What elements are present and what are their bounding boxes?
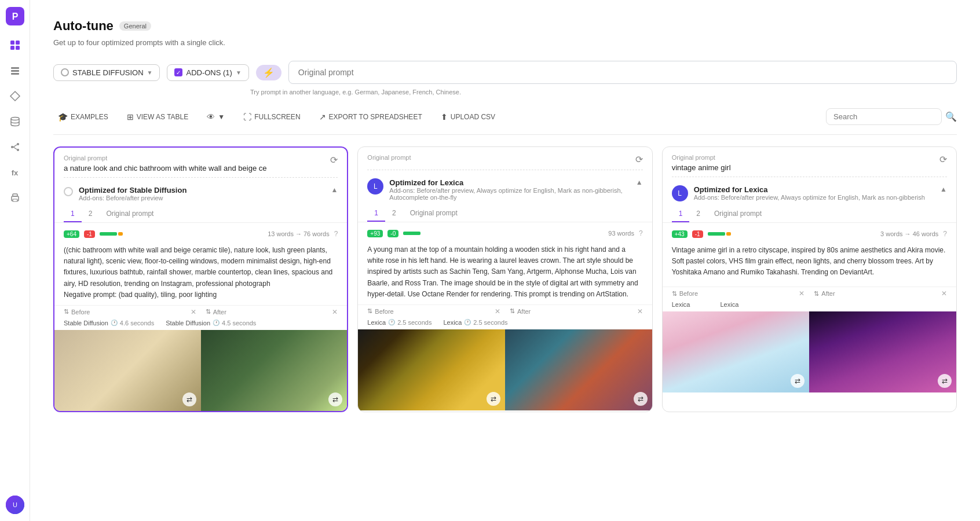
swap-btn-6[interactable]: ⇄ <box>938 374 952 388</box>
svg-text:P: P <box>12 12 18 21</box>
user-avatar[interactable]: U <box>6 496 24 514</box>
card-3-body-text: Vintage anime girl in a retro cityscape,… <box>663 240 956 287</box>
card-2-share-icon[interactable]: ⟳ <box>635 154 643 165</box>
sidebar-bottom: U <box>6 496 24 514</box>
addons-selector[interactable]: ✓ ADD-ONS (1) ▼ <box>167 64 248 81</box>
upload-icon: ⬆ <box>441 112 448 122</box>
clock-icon-4: 🕐 <box>464 319 471 325</box>
card-3-before-label: ⇅ Before <box>672 290 799 298</box>
card-3-chevron-icon[interactable]: ▲ <box>940 185 947 193</box>
card-1-help-icon[interactable]: ? <box>334 230 338 238</box>
card-3-original-label: Original prompt <box>672 154 731 161</box>
sidebar-icon-print[interactable] <box>5 188 25 208</box>
prompt-hint: Try prompt in another language, e.g. Ger… <box>250 89 461 96</box>
card-3-minus-badge: -1 <box>692 230 703 238</box>
card-1-radio[interactable] <box>64 187 73 196</box>
card-1-tab-2[interactable]: 2 <box>82 206 100 222</box>
card-1-time-before: 4.6 seconds <box>120 320 154 326</box>
export-label: EXPORT TO SPREADSHEET <box>329 113 422 121</box>
clock-icon-1: 🕐 <box>111 320 118 326</box>
svg-rect-8 <box>11 73 19 75</box>
card-1-engine-row: Stable Diffusion 🕐 4.6 seconds Stable Di… <box>54 318 347 330</box>
card-2-after-close-icon[interactable]: ✕ <box>637 307 643 315</box>
examples-button[interactable]: 🎓 EXAMPLES <box>53 110 113 124</box>
card-1-before-close-icon[interactable]: ✕ <box>191 308 196 316</box>
card-3-help-icon[interactable]: ? <box>943 230 947 238</box>
swap-btn-5[interactable]: ⇄ <box>791 374 805 388</box>
sidebar-icon-grid[interactable] <box>5 35 25 56</box>
clock-icon-3: 🕐 <box>388 319 395 325</box>
card-2-help-icon[interactable]: ? <box>639 229 643 237</box>
card-3-tab-1[interactable]: 1 <box>672 206 690 222</box>
card-1-optimized-row: Optimized for Stable Diffusion Add-ons: … <box>54 184 347 206</box>
card-2-tab-original[interactable]: Original prompt <box>403 206 465 222</box>
upload-csv-button[interactable]: ⬆ UPLOAD CSV <box>436 110 500 124</box>
card-3-prompt-text: vintage anime girl <box>672 163 731 172</box>
export-button[interactable]: ↗ EXPORT TO SPREADSHEET <box>315 110 427 124</box>
card-2-time-before: 2.5 seconds <box>397 319 432 326</box>
card-2-before-close-icon[interactable]: ✕ <box>495 307 500 315</box>
fullscreen-button[interactable]: ⛶ FULLSCREEN <box>239 110 305 124</box>
card-2-opt-addons: Add-ons: Before/after preview, Always op… <box>389 187 630 201</box>
app-logo[interactable]: P <box>6 7 24 25</box>
search-icon-button[interactable]: 🔍 <box>945 111 957 122</box>
examples-label: EXAMPLES <box>71 113 108 121</box>
svg-rect-17 <box>13 194 17 196</box>
swap-btn-1[interactable]: ⇄ <box>182 392 196 406</box>
card-1-tab-1[interactable]: 1 <box>64 206 82 222</box>
card-3-after-close-icon[interactable]: ✕ <box>941 289 947 298</box>
checkbox-icon: ✓ <box>174 68 182 76</box>
card-1-header: Original prompt a nature look and chic b… <box>54 148 347 177</box>
upload-label: UPLOAD CSV <box>451 113 495 121</box>
card-2-lexica-icon: L <box>367 178 383 195</box>
card-2-opt-text: Optimized for Lexica Add-ons: Before/aft… <box>389 178 630 201</box>
page-title-row: Auto-tune General <box>53 19 957 34</box>
card-1-opt-addons: Add-ons: Before/after preview <box>79 195 187 201</box>
card-2-body-text: A young man at the top of a mountain hol… <box>358 240 652 304</box>
card-1-share-icon[interactable]: ⟳ <box>330 155 338 166</box>
swap-btn-3[interactable]: ⇄ <box>487 392 500 406</box>
card-2-engine-after: Lexica <box>443 319 462 326</box>
card-1-images: ⇄ ⇄ <box>54 330 347 411</box>
main-content: Auto-tune General Get up to four optimiz… <box>30 0 980 521</box>
swap-btn-2[interactable]: ⇄ <box>328 392 342 406</box>
card-2-tab-2[interactable]: 2 <box>385 206 403 222</box>
progress-yellow-3 <box>726 232 731 236</box>
progress-green <box>100 232 117 236</box>
view-options-button[interactable]: 👁 ▼ <box>202 110 229 124</box>
view-as-table-label: VIEW AS TABLE <box>137 113 189 121</box>
card-2-word-count-row: +93 -0 93 words ? <box>358 227 652 240</box>
card-3-share-icon[interactable]: ⟳ <box>939 154 947 165</box>
card-1-body-text: ((chic bathroom with white wall and beig… <box>54 240 347 305</box>
cards-grid: Original prompt a nature look and chic b… <box>53 146 957 412</box>
card-3-before-close-icon[interactable]: ✕ <box>799 289 805 298</box>
sidebar-icon-connections[interactable] <box>5 137 25 157</box>
export-icon: ↗ <box>319 112 326 122</box>
card-1-tab-original[interactable]: Original prompt <box>99 206 160 222</box>
svg-point-13 <box>17 149 19 151</box>
sidebar-icon-diamond[interactable] <box>5 86 25 107</box>
progress-green-2 <box>403 232 420 235</box>
card-3-tab-2[interactable]: 2 <box>689 206 707 222</box>
card-3-header: Original prompt vintage anime girl ⟳ <box>663 147 956 177</box>
prompt-input[interactable] <box>288 61 957 84</box>
card-1-after-close-icon[interactable]: ✕ <box>332 308 338 316</box>
svg-rect-5 <box>16 46 20 50</box>
swap-btn-4[interactable]: ⇄ <box>634 392 648 406</box>
stable-diffusion-selector[interactable]: STABLE DIFFUSION ▼ <box>53 64 160 81</box>
card-2-chevron-icon[interactable]: ▲ <box>636 178 643 186</box>
svg-rect-6 <box>11 67 19 69</box>
search-input[interactable] <box>826 108 942 125</box>
card-3-tab-original[interactable]: Original prompt <box>707 206 769 222</box>
card-1-chevron-icon[interactable]: ▲ <box>331 186 338 194</box>
sidebar-icon-database[interactable] <box>5 111 25 132</box>
chevron-down-icon: ▼ <box>147 69 153 76</box>
toggle-button[interactable]: ⚡ <box>256 65 281 80</box>
svg-rect-3 <box>16 41 20 45</box>
card-2-original-label: Original prompt <box>367 154 411 161</box>
svg-point-10 <box>11 118 19 120</box>
view-as-table-button[interactable]: ⊞ VIEW AS TABLE <box>122 110 193 124</box>
sidebar-icon-fx[interactable]: fx <box>5 162 25 183</box>
card-2-tab-1[interactable]: 1 <box>367 206 385 222</box>
sidebar-icon-layers[interactable] <box>5 60 25 81</box>
